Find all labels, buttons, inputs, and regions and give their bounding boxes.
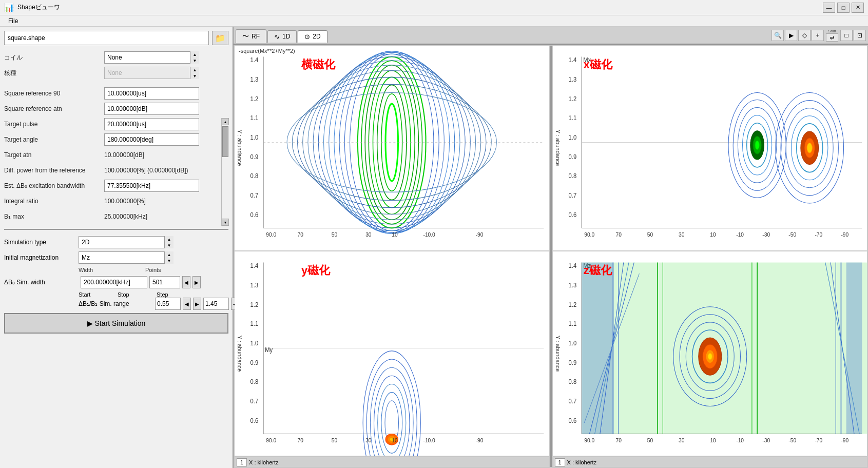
svg-text:70: 70	[298, 231, 304, 237]
tab-1d-label: 1D	[282, 33, 290, 40]
b0-width-label: Width	[79, 267, 145, 273]
svg-text:10: 10	[392, 231, 398, 237]
tab-1d[interactable]: ∿ 1D	[267, 30, 297, 43]
svg-text:1.1: 1.1	[250, 115, 259, 121]
param-row-ta: Target angle	[4, 133, 221, 146]
param-label-sqatn: Square reference atn	[4, 105, 104, 112]
tab-rf-icon: 〜	[242, 32, 249, 41]
plot-top-right-svg: 1.4 1.3 1.2 1.1 1.0 0.9 0.8 0.7 0.6	[553, 46, 867, 250]
init-mag-arrow-up[interactable]: ▲	[165, 251, 173, 258]
toolbar-right: 🔍 ▶ ◇ + Shift ⇄ □ ⊡	[771, 29, 866, 44]
svg-text:-10.0: -10.0	[423, 437, 435, 443]
menu-file[interactable]: File	[4, 16, 22, 26]
sim-type-arrow-down[interactable]: ▼	[165, 242, 173, 248]
plot-top-left-label: 横磁化	[301, 57, 335, 72]
svg-text:-70: -70	[815, 231, 822, 237]
svg-point-93	[755, 141, 759, 149]
sim-type-arrow-up[interactable]: ▲	[165, 236, 173, 242]
param-input-est[interactable]	[104, 180, 199, 192]
start-simulation-button[interactable]: ▶ Start Simulation	[4, 313, 228, 334]
x-axis-label-right: X : kilohertz	[567, 459, 596, 465]
svg-rect-41	[235, 251, 549, 456]
param-input-sqatn[interactable]	[104, 103, 199, 115]
param-row-tp: Target pulse	[4, 118, 221, 130]
b0-step-right[interactable]: ▶	[192, 276, 201, 288]
param-value-b1max: 25.000000[kHz]	[104, 213, 147, 220]
toolbar-plus-button[interactable]: +	[812, 30, 824, 41]
nucleus-select[interactable]: None	[104, 67, 199, 79]
b0-points-label: Points	[145, 267, 186, 273]
file-browse-button[interactable]: 📁	[212, 31, 228, 45]
nucleus-row: 核種 None ▲ ▼	[4, 67, 228, 79]
svg-text:90.0: 90.0	[266, 437, 276, 443]
param-value-diff: 100.000000[%] (0.000000[dB])	[104, 167, 188, 174]
param-row-sq90: Square reference 90	[4, 87, 228, 100]
svg-text:1.2: 1.2	[568, 95, 576, 102]
plot-bottom-right-y-label: Y : abundance	[555, 335, 561, 372]
nucleus-arrow-up[interactable]: ▲	[190, 67, 199, 73]
toolbar-square-button[interactable]: □	[840, 30, 853, 41]
page-num-right: 1	[555, 458, 565, 466]
b1-start-input[interactable]	[155, 298, 181, 310]
svg-text:1.3: 1.3	[568, 76, 576, 83]
svg-text:1.3: 1.3	[250, 282, 259, 288]
close-button[interactable]: ✕	[852, 3, 864, 13]
toolbar-grid-button[interactable]: ⊡	[854, 30, 866, 41]
plot-top-left-svg: 1.4 1.3 1.2 1.1 1.0 0.9 0.8 0.7 0.6	[235, 46, 549, 250]
b0-width-input[interactable]	[81, 276, 147, 288]
svg-text:0.7: 0.7	[568, 398, 576, 404]
plot-top-right-label: x磁化	[584, 57, 612, 72]
maximize-button[interactable]: □	[837, 3, 850, 13]
toolbar-swap-button[interactable]: ⇄	[826, 33, 838, 42]
plot-area: 1.4 1.3 1.2 1.1 1.0 0.9 0.8 0.7 0.6	[234, 45, 868, 468]
svg-text:1.0: 1.0	[250, 134, 259, 141]
param-label-int: Integral ratio	[4, 198, 104, 205]
param-input-ta[interactable]	[104, 133, 199, 146]
b1-start-left[interactable]: ◀	[183, 298, 191, 310]
tab-rf[interactable]: 〜 RF	[236, 29, 266, 43]
sim-type-select[interactable]: 2D	[79, 236, 173, 248]
b0-step-left[interactable]: ◀	[182, 276, 190, 288]
svg-text:1.4: 1.4	[568, 263, 576, 269]
param-scroll-up[interactable]: ▲	[222, 118, 229, 125]
svg-text:10: 10	[710, 437, 716, 443]
toolbar-zoom-button[interactable]: 🔍	[771, 30, 784, 41]
tab-1d-icon: ∿	[274, 33, 280, 41]
coil-arrows: ▲ ▼	[190, 51, 199, 64]
plot-top-left: 1.4 1.3 1.2 1.1 1.0 0.9 0.8 0.7 0.6	[235, 46, 549, 250]
nucleus-arrow-down[interactable]: ▼	[190, 73, 199, 79]
plot-top-left-y-label: Y : abundance	[237, 130, 243, 166]
svg-text:1.0: 1.0	[250, 340, 259, 346]
sim-type-arrows: ▲ ▼	[164, 236, 173, 248]
left-panel: 📁 コイル None ▲ ▼ 核種 None	[0, 27, 234, 468]
param-input-sq90[interactable]	[104, 87, 199, 100]
tab-2d[interactable]: ⊙ 2D	[298, 30, 327, 43]
minimize-button[interactable]: —	[823, 3, 835, 13]
b1-step-label: Step	[157, 291, 187, 298]
svg-text:1.0: 1.0	[568, 340, 576, 346]
init-mag-arrow-down[interactable]: ▼	[165, 258, 173, 264]
param-input-tp[interactable]	[104, 118, 199, 130]
b1-stop-input[interactable]	[203, 298, 229, 310]
toolbar-play-button[interactable]: ▶	[785, 30, 797, 41]
init-mag-select[interactable]: Mz	[79, 251, 173, 264]
shift-label: Shift	[828, 29, 836, 33]
svg-text:-10: -10	[736, 231, 744, 237]
param-scroll-down[interactable]: ▼	[222, 219, 229, 226]
b1-start-right[interactable]: ▶	[193, 298, 201, 310]
coil-select[interactable]: None	[104, 51, 199, 64]
sim-section: Simulation type 2D ▲ ▼ Initial magnetiza…	[4, 233, 228, 310]
svg-text:-50: -50	[788, 231, 796, 237]
coil-arrow-up[interactable]: ▲	[190, 51, 199, 57]
b1-start-label: Start	[79, 291, 109, 298]
file-input[interactable]	[4, 31, 209, 45]
plot-bottom-right-label: z磁化	[584, 263, 612, 278]
init-mag-select-wrapper: Mz ▲ ▼	[79, 251, 173, 264]
plot-bottom-right-svg: 1.4 1.3 1.2 1.1 1.0 0.9 0.8 0.7 0.6 Mz	[553, 251, 867, 456]
svg-text:90.0: 90.0	[584, 231, 594, 237]
b0-points-input[interactable]	[149, 276, 180, 288]
toolbar-diamond-button[interactable]: ◇	[798, 30, 811, 41]
svg-rect-72	[553, 46, 867, 250]
tab-bar: 〜 RF ∿ 1D ⊙ 2D 🔍 ▶ ◇ + Shift ⇄ □	[234, 27, 868, 45]
coil-arrow-down[interactable]: ▼	[190, 57, 199, 64]
